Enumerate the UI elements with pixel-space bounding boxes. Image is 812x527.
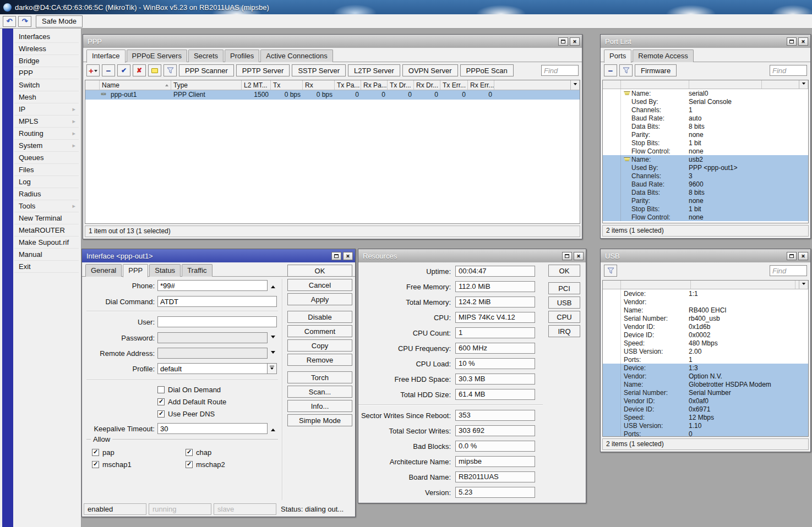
dial-command-input[interactable] <box>157 296 277 307</box>
tab[interactable]: Active Connections <box>260 50 333 62</box>
find-input[interactable] <box>770 265 807 276</box>
window-titlebar[interactable]: USB × <box>601 249 810 262</box>
checkbox[interactable] <box>157 398 165 405</box>
table-row[interactable]: «» ppp-out1 PPP Client 1500 0 bps 0 bps … <box>85 90 580 100</box>
add-default-route-option[interactable]: Add Default Route <box>157 397 226 406</box>
phone-input[interactable] <box>157 280 268 291</box>
column-header[interactable] <box>762 80 799 89</box>
maximize-button[interactable] <box>787 37 797 46</box>
maximize-button[interactable] <box>562 252 572 260</box>
spinner-up-icon[interactable] <box>271 283 275 288</box>
action-button[interactable]: Apply <box>287 293 352 305</box>
close-button[interactable]: × <box>798 252 808 260</box>
column-header[interactable]: Tx <box>271 80 303 90</box>
column-select-button[interactable] <box>570 80 580 90</box>
tab[interactable]: Secrets <box>188 50 224 62</box>
toolbar-button[interactable]: PPP Scanner <box>179 64 234 76</box>
window-titlebar[interactable]: Interface <ppp-out1> × <box>82 249 355 262</box>
column-header[interactable] <box>603 80 621 89</box>
dial-on-demand-option[interactable]: Dial On Demand <box>157 385 221 394</box>
sidebar-item[interactable]: Log ▸ <box>14 176 79 188</box>
sidebar-item[interactable]: Routing ▸ <box>14 128 79 140</box>
tab[interactable]: Profiles <box>225 50 259 62</box>
action-button[interactable]: Remove <box>287 354 352 366</box>
column-header[interactable]: Type <box>171 80 242 90</box>
column-header[interactable]: Rx Dr... <box>414 80 440 90</box>
firmware-button[interactable]: Firmware <box>635 64 677 76</box>
action-button[interactable]: Comment <box>287 325 352 337</box>
action-button[interactable]: OK <box>287 265 352 277</box>
sidebar-item[interactable]: Switch ▸ <box>14 79 79 91</box>
close-button[interactable]: × <box>343 252 353 260</box>
close-button[interactable]: × <box>574 252 584 260</box>
column-header[interactable] <box>603 281 621 289</box>
maximize-button[interactable] <box>787 252 797 260</box>
maximize-button[interactable] <box>558 37 568 46</box>
tab[interactable]: Remote Access <box>633 50 693 62</box>
checkbox[interactable] <box>157 410 165 418</box>
remote-address-input[interactable] <box>157 348 268 359</box>
user-input[interactable] <box>157 316 277 327</box>
sidebar-item[interactable]: MPLS ▸ <box>14 116 79 128</box>
column-header[interactable]: Rx Pa... <box>361 80 388 90</box>
column-header[interactable]: Tx Dr... <box>388 80 414 90</box>
profile-input[interactable] <box>157 363 268 374</box>
find-input[interactable] <box>541 65 579 76</box>
tab[interactable]: Interface <box>86 50 126 63</box>
password-input[interactable] <box>157 332 268 343</box>
dropdown-icon[interactable] <box>271 336 275 341</box>
tab[interactable]: PPPoE Servers <box>127 50 187 62</box>
action-button[interactable]: Scan... <box>287 386 352 398</box>
checkbox[interactable] <box>157 386 165 393</box>
redo-button[interactable]: ↷ <box>18 16 31 27</box>
tab[interactable]: Status <box>149 264 181 277</box>
port-item[interactable]: Name: serial0 Used By: Serial Console Ch… <box>603 89 808 155</box>
action-button[interactable]: PCI <box>548 282 580 294</box>
sidebar-item[interactable]: Interfaces ▸ <box>14 31 79 43</box>
filter-button[interactable] <box>604 265 617 277</box>
toolbar-button[interactable]: OVPN Server <box>402 64 458 76</box>
column-header[interactable]: Rx <box>303 80 335 90</box>
action-button[interactable]: USB <box>548 297 580 309</box>
toolbar-button[interactable]: L2TP Server <box>348 64 400 76</box>
remove-button[interactable]: − <box>102 64 115 76</box>
sidebar-item[interactable]: Manual ▸ <box>14 249 79 261</box>
window-titlebar[interactable]: PPP × <box>83 35 582 48</box>
profile-combo-button[interactable] <box>268 363 277 374</box>
action-button[interactable]: Copy <box>287 339 352 352</box>
column-select-button[interactable] <box>799 80 808 89</box>
column-header[interactable] <box>689 80 762 89</box>
action-button[interactable]: CPU <box>548 311 580 323</box>
sidebar-item[interactable]: Mesh ▸ <box>14 91 79 103</box>
checkbox[interactable] <box>186 449 193 456</box>
action-button[interactable]: Simple Mode <box>287 414 352 426</box>
column-header[interactable] <box>691 281 795 289</box>
dropdown-icon[interactable] <box>271 351 275 356</box>
column-header[interactable] <box>621 281 691 289</box>
sidebar-item[interactable]: Bridge ▸ <box>14 55 79 67</box>
remove-button[interactable]: − <box>604 64 617 76</box>
toolbar-button[interactable]: PPPoE Scan <box>460 64 514 76</box>
allow-mschap1-option[interactable]: mschap1 <box>92 460 132 469</box>
usb-item[interactable]: Device: 1:1 Vendor: Name: RB400 EHCI <box>603 289 808 364</box>
app-titlebar[interactable]: darko@D4:CA:6D:63:06:5C (MikroTik) - Win… <box>0 0 812 14</box>
sidebar-item[interactable]: Wireless ▸ <box>14 43 79 55</box>
column-header[interactable]: Name <box>100 80 171 90</box>
tab[interactable]: Traffic <box>182 264 212 277</box>
find-input[interactable] <box>770 65 807 76</box>
column-header[interactable] <box>621 80 689 89</box>
undo-button[interactable]: ↶ <box>3 16 16 27</box>
sidebar-item[interactable]: Radius ▸ <box>14 188 79 200</box>
keepalive-input[interactable] <box>157 423 268 434</box>
sidebar-item[interactable]: New Terminal ▸ <box>14 212 79 224</box>
enable-button[interactable]: ✔ <box>117 64 130 76</box>
action-button[interactable]: Torch <box>287 371 352 383</box>
tab[interactable]: PPP <box>123 264 148 277</box>
checkbox[interactable] <box>186 461 193 468</box>
allow-chap-option[interactable]: chap <box>186 448 211 457</box>
disable-button[interactable]: ✘ <box>133 64 146 76</box>
action-button[interactable]: OK <box>548 265 580 277</box>
action-button[interactable]: Info... <box>287 400 352 412</box>
close-button[interactable]: × <box>798 37 808 46</box>
sidebar-item[interactable]: Exit ▸ <box>14 261 79 273</box>
